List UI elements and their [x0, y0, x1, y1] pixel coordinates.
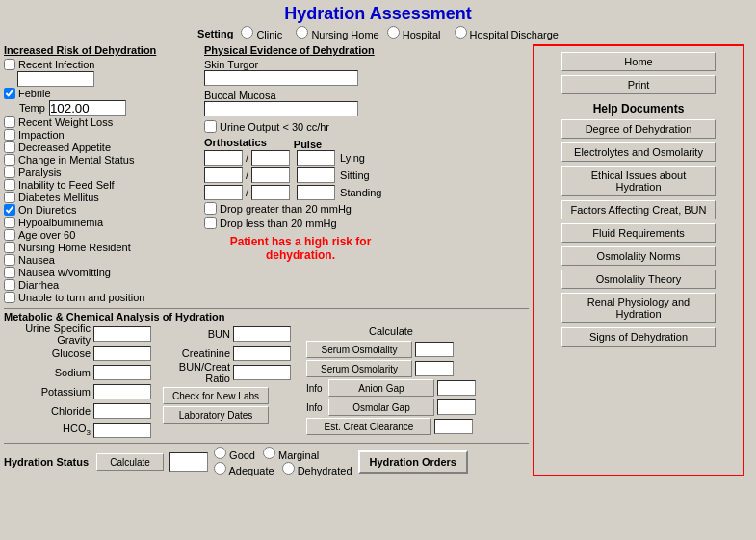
setting-options2: Hospital Hospital Discharge	[387, 26, 559, 40]
drop-less-row: Drop less than 20 mmHg	[204, 217, 397, 229]
metabolic-potassium-row: Potassium	[4, 383, 151, 400]
risk-impaction: Impaction	[4, 129, 196, 141]
hydration-controls: Calculate Good Marginal Adequate Dehydra…	[96, 447, 468, 476]
metabolic-glucose-input[interactable]	[93, 346, 151, 361]
anion-gap-button[interactable]: Anion Gap	[328, 379, 434, 397]
pulse-sitting[interactable]	[297, 167, 335, 183]
pulse-lying[interactable]	[297, 150, 335, 166]
risk-title: Increased Risk of Dehydration	[4, 44, 196, 56]
metabolic-bun-creat-input[interactable]	[233, 365, 291, 380]
risk-paralysis: Paralysis	[4, 167, 196, 178]
risk-febrile: Febrile	[4, 88, 196, 99]
lab-dates-button[interactable]: Laboratory Dates	[163, 406, 269, 424]
risk-diabetes: Diabetes Mellitus	[4, 192, 196, 203]
metabolic-right-col: BUN Creatinine BUN/Creat Ratio Chec	[163, 325, 291, 439]
ortho-lying-1[interactable]	[204, 150, 243, 166]
metabolic-hco3-label: HCO3	[4, 423, 91, 437]
setting-nursing-home[interactable]: Nursing Home	[296, 26, 378, 40]
metabolic-usg-input[interactable]	[93, 326, 151, 342]
pulse-label: Pulse	[294, 139, 322, 150]
osmolar-gap-info-label: Info	[306, 402, 326, 413]
setting-row: Setting Clinic Nursing Home Hospital Hos…	[4, 26, 752, 40]
serum-osmolarity-result[interactable]	[415, 361, 454, 376]
help-osmolality-theory[interactable]: Osmolality Theory	[561, 270, 716, 289]
risk-section: Increased Risk of Dehydration Recent Inf…	[4, 44, 196, 304]
check-new-labs-button[interactable]: Check for New Labs	[163, 387, 269, 404]
risk-age-over-60: Age over 60	[4, 229, 196, 241]
help-signs-dehydration[interactable]: Signs of Dehydration	[561, 327, 716, 347]
osmolar-gap-button[interactable]: Osmolar Gap	[328, 399, 434, 416]
help-ethical-issues[interactable]: Ethical Issues about Hydration	[561, 166, 716, 196]
infection-input[interactable]	[17, 71, 94, 87]
ortho-sitting-2[interactable]	[251, 167, 290, 183]
setting-hospital[interactable]: Hospital	[387, 26, 441, 40]
metabolic-usg-label: Urine Specific Gravity	[4, 322, 91, 346]
hydration-radio-row1: Good Marginal	[214, 447, 352, 461]
risk-diarrhea: Diarrhea	[4, 279, 196, 291]
risk-mental-status: Change in Mental Status	[4, 154, 196, 166]
help-osmolality-norms[interactable]: Osmolality Norms	[561, 246, 716, 266]
skin-turgor-label: Skin Turgor	[204, 59, 397, 70]
setting-hospital-discharge[interactable]: Hospital Discharge	[455, 26, 559, 40]
metabolic-creat-input[interactable]	[233, 346, 291, 361]
pulse-standing[interactable]	[297, 185, 335, 200]
metabolic-chloride-input[interactable]	[93, 403, 151, 419]
metabolic-potassium-input[interactable]	[93, 384, 151, 399]
est-creat-button[interactable]: Est. Creat Clearance	[306, 418, 431, 435]
ortho-standing-1[interactable]	[204, 185, 243, 200]
risk-hypoalbuminemia: Hypoalbuminemia	[4, 217, 196, 228]
left-panel: Increased Risk of Dehydration Recent Inf…	[4, 44, 529, 476]
metabolic-left-col: Urine Specific Gravity Glucose Sodium	[4, 325, 151, 439]
hydration-calculate-button[interactable]: Calculate	[96, 453, 164, 471]
calculate-label: Calculate	[306, 325, 476, 337]
drop-greater-checkbox[interactable]	[204, 202, 217, 215]
setting-clinic[interactable]: Clinic	[241, 26, 282, 40]
content-area: Increased Risk of Dehydration Recent Inf…	[4, 44, 752, 476]
ortho-sitting-row: / Sitting	[204, 167, 397, 183]
buccal-mucosa-input[interactable]	[204, 101, 358, 116]
skin-turgor-input[interactable]	[204, 70, 358, 86]
urine-output-label: Urine Output < 30 cc/hr	[220, 121, 329, 133]
ortho-section: Orthostatics Pulse / Lying /	[204, 137, 397, 229]
print-button[interactable]: Print	[561, 75, 716, 94]
hydration-radio-options: Good Marginal Adequate Dehydrated	[214, 447, 352, 476]
top-section: Increased Risk of Dehydration Recent Inf…	[4, 44, 529, 304]
lab-buttons: Check for New Labs Laboratory Dates	[163, 387, 291, 424]
drop-less-checkbox[interactable]	[204, 217, 217, 229]
temp-label: Temp	[19, 102, 45, 114]
anion-gap-row: Info Anion Gap	[306, 379, 476, 397]
metabolic-sodium-input[interactable]	[93, 365, 151, 380]
serum-osmolality-button[interactable]: Serum Osmolality	[306, 341, 412, 358]
anion-gap-result[interactable]	[437, 380, 476, 396]
hydration-adequate[interactable]: Adequate	[214, 462, 274, 476]
standing-label: Standing	[340, 187, 381, 198]
temp-input[interactable]	[49, 100, 126, 116]
help-degree-dehydration[interactable]: Degree of Dehydration	[561, 119, 716, 139]
hydration-dehydrated[interactable]: Dehydrated	[282, 462, 352, 476]
hydration-marginal[interactable]: Marginal	[263, 447, 319, 461]
hydration-title: Hydration Status	[4, 456, 89, 468]
metabolic-bun-creat-row: BUN/Creat Ratio	[163, 364, 291, 381]
metabolic-hco3-input[interactable]	[93, 423, 151, 438]
metabolic-bun-input[interactable]	[233, 326, 291, 342]
drop-less-label: Drop less than 20 mmHg	[220, 218, 337, 229]
drop-greater-label: Drop greater than 20 mmHg	[220, 203, 352, 215]
hydration-calc-result[interactable]	[169, 452, 208, 472]
help-factors-creat-bun[interactable]: Factors Affecting Creat, BUN	[561, 200, 716, 219]
serum-osmolarity-button[interactable]: Serum Osmolarity	[306, 360, 412, 377]
ortho-lying-2[interactable]	[251, 150, 290, 166]
lying-label: Lying	[340, 152, 365, 164]
osmolar-gap-result[interactable]	[437, 399, 476, 415]
hydration-orders-button[interactable]: Hydration Orders	[358, 450, 468, 474]
ortho-standing-2[interactable]	[251, 185, 290, 200]
home-button[interactable]: Home	[561, 52, 716, 71]
hydration-good[interactable]: Good	[214, 447, 255, 461]
anion-gap-info-label: Info	[306, 383, 326, 394]
help-fluid-requirements[interactable]: Fluid Requirements	[561, 223, 716, 243]
urine-output-checkbox[interactable]	[204, 120, 217, 133]
help-renal-physiology[interactable]: Renal Physiology and Hydration	[561, 293, 716, 323]
serum-osmolality-result[interactable]	[415, 342, 454, 357]
help-electrolytes-osmolarity[interactable]: Electrolytes and Osmolarity	[561, 142, 716, 162]
ortho-sitting-1[interactable]	[204, 167, 243, 183]
est-creat-result[interactable]	[434, 419, 473, 434]
